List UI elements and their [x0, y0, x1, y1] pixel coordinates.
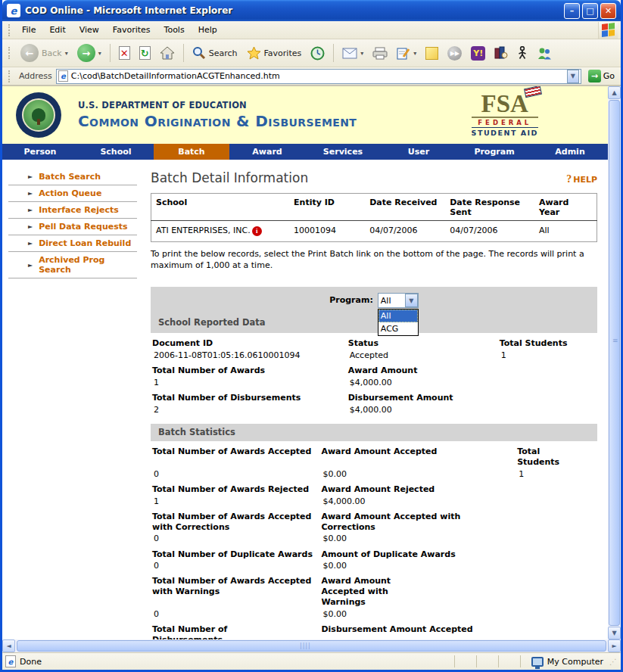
tab-services[interactable]: Services — [305, 144, 381, 160]
scroll-left-icon[interactable]: ◄ — [2, 639, 15, 652]
menu-bar: File Edit View Favorites Tools Help — [2, 21, 621, 39]
tab-user[interactable]: User — [381, 144, 456, 160]
chevron-down-icon[interactable]: ▼ — [405, 294, 418, 307]
ie-app-icon: e — [7, 4, 20, 17]
arrow-icon: ► — [28, 223, 33, 230]
menu-tools[interactable]: Tools — [157, 23, 192, 37]
arrow-icon: ► — [28, 173, 33, 180]
edit-button[interactable]: ▾ — [393, 45, 420, 61]
help-link[interactable]: ? HELP — [566, 173, 597, 185]
print-icon — [372, 47, 388, 60]
orb-icon: ▶▶ — [447, 46, 462, 61]
program-option-list: All ACG — [378, 309, 419, 336]
refresh-icon: ↻ — [141, 48, 149, 59]
status-bar: e Done My Computer ⋰ — [2, 652, 621, 670]
app-name: Common Origination & Disbursement — [78, 112, 357, 130]
sidebar-item-archived-prog-search[interactable]: ► Archived Prog Search — [8, 252, 137, 278]
page-ie-icon: e — [58, 70, 68, 82]
program-option-acg[interactable]: ACG — [378, 322, 418, 335]
window-title: COD Online - Microsoft Internet Explorer — [25, 5, 562, 16]
security-zone: My Computer — [531, 657, 603, 667]
maximize-button[interactable]: □ — [582, 3, 598, 19]
home-icon — [160, 46, 175, 60]
col-school: School — [151, 194, 290, 221]
address-dropdown-button[interactable]: ▼ — [567, 70, 579, 83]
toolbar-grip — [8, 47, 12, 59]
col-entity-id: Entity ID — [289, 194, 365, 221]
print-button[interactable] — [369, 45, 391, 61]
yahoo-messenger-button[interactable]: Y! — [467, 45, 489, 62]
forward-icon: → — [77, 44, 95, 62]
date-response-sent: 04/07/2006 — [445, 221, 534, 242]
menu-favorites[interactable]: Favorites — [106, 23, 157, 37]
research-button[interactable] — [491, 45, 512, 61]
status-text: Done — [20, 657, 42, 667]
menu-edit[interactable]: Edit — [42, 23, 72, 37]
sticky-note-button[interactable] — [422, 45, 442, 61]
horizontal-scroll-thumb[interactable] — [17, 640, 606, 652]
tab-person[interactable]: Person — [2, 144, 78, 160]
horizontal-scrollbar[interactable]: ◄ ► — [2, 639, 621, 652]
refresh-button[interactable]: ↻ — [136, 45, 154, 61]
primary-nav: Person School Batch Award Services User … — [2, 144, 608, 160]
minimize-button[interactable]: – — [564, 3, 580, 19]
messenger-person-button[interactable] — [513, 45, 531, 61]
vertical-scroll-thumb[interactable] — [609, 100, 620, 626]
scroll-right-icon[interactable]: ► — [608, 639, 621, 652]
dept-education-seal-icon — [16, 92, 61, 138]
tab-program[interactable]: Program — [456, 144, 532, 160]
menu-file[interactable]: File — [15, 23, 42, 37]
messenger-orb-button[interactable]: ▶▶ — [444, 45, 466, 62]
vertical-scrollbar[interactable]: ▲ ▼ — [608, 86, 621, 639]
sidebar-item-batch-search[interactable]: ► Batch Search — [8, 169, 137, 185]
program-selected-value: All — [378, 296, 405, 306]
back-button[interactable]: ← Back▾ — [17, 42, 72, 64]
school-reported-band: Program: All ▼ All ACG — [151, 287, 597, 333]
help-question-icon: ? — [566, 173, 572, 185]
info-icon[interactable]: i — [252, 226, 262, 236]
site-header: U.S. DEPARTMENT OF EDUCATION Common Orig… — [2, 86, 608, 144]
arrow-icon: ► — [28, 190, 33, 197]
toolbar-grip — [8, 24, 12, 36]
mail-button[interactable]: ▾ — [338, 46, 367, 61]
stop-button[interactable]: ✕ — [115, 45, 134, 61]
back-icon: ← — [20, 44, 39, 62]
page-ie-icon: e — [5, 655, 16, 667]
scroll-down-icon[interactable]: ▼ — [608, 627, 621, 639]
sidebar-item-interface-rejects[interactable]: ► Interface Rejects — [8, 202, 137, 219]
tab-award[interactable]: Award — [229, 144, 305, 160]
walking-person-icon — [517, 46, 528, 60]
address-label: Address — [19, 71, 52, 81]
school-reported-grid: Document ID Status Total Students 2006-1… — [151, 333, 597, 419]
history-button[interactable] — [307, 45, 329, 62]
program-option-all[interactable]: All — [378, 310, 418, 322]
batch-summary-table: School Entity ID Date Received Date Resp… — [151, 193, 597, 242]
address-input[interactable]: e C:\cod\BatchDetailInformationACGTEnhan… — [56, 69, 581, 84]
forward-button[interactable]: →▾ — [73, 42, 105, 64]
mail-icon — [342, 48, 357, 59]
history-icon — [310, 46, 325, 61]
sidebar-item-direct-loan-rebuild[interactable]: ► Direct Loan Rebuild — [8, 235, 137, 252]
menu-help[interactable]: Help — [192, 23, 224, 37]
close-button[interactable]: ✕ — [600, 3, 616, 19]
favorites-button[interactable]: Favorites — [243, 45, 306, 61]
program-select[interactable]: All ▼ All ACG — [378, 293, 419, 308]
sidebar-item-pell-data-requests[interactable]: ► Pell Data Requests — [8, 219, 137, 235]
tab-school[interactable]: School — [78, 144, 154, 160]
resize-grip[interactable]: ⋰ — [609, 658, 618, 666]
scroll-up-icon[interactable]: ▲ — [608, 86, 621, 99]
tab-batch[interactable]: Batch — [154, 144, 229, 160]
menu-view[interactable]: View — [73, 23, 106, 37]
section-title-batch-statistics: Batch Statistics — [158, 425, 590, 440]
tab-admin[interactable]: Admin — [532, 144, 608, 160]
msn-messenger-button[interactable] — [533, 45, 556, 61]
windows-logo-icon — [598, 22, 618, 39]
school-name: ATI ENTERPRISES, INC.i — [151, 221, 290, 242]
arrow-icon: ► — [28, 262, 33, 269]
go-arrow-icon: → — [588, 70, 601, 82]
home-button[interactable] — [156, 45, 179, 61]
section-title-school-reported: School Reported Data — [158, 316, 590, 330]
sidebar-item-action-queue[interactable]: ► Action Queue — [8, 185, 137, 202]
go-button[interactable]: → Go — [585, 69, 618, 83]
search-button[interactable]: Search — [188, 45, 241, 61]
